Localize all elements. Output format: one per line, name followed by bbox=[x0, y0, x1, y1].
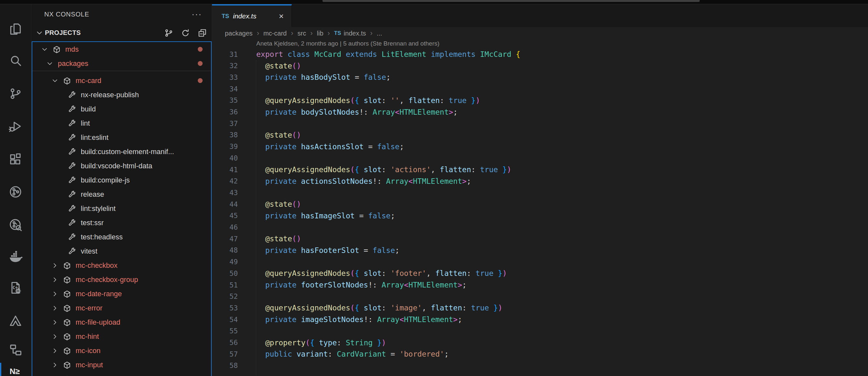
nx-graph-search-icon[interactable] bbox=[0, 212, 31, 238]
tree-item-mc-icon[interactable]: mc-icon bbox=[32, 344, 211, 358]
code-line-47[interactable]: 47 @state() bbox=[212, 233, 868, 245]
tree-item-build[interactable]: build bbox=[32, 102, 211, 116]
source-control-icon[interactable] bbox=[0, 81, 31, 106]
breadcrumb-item[interactable]: packages bbox=[225, 30, 253, 37]
tree-item-build:compile-js[interactable]: build:compile-js bbox=[32, 173, 211, 187]
chevron-right-icon[interactable] bbox=[51, 347, 59, 355]
tree-item-build:vscode-html-data[interactable]: build:vscode-html-data bbox=[32, 159, 211, 173]
line-number: 53 bbox=[212, 304, 244, 312]
code-line-32[interactable]: 32 @state() bbox=[212, 60, 868, 72]
code-line-43[interactable]: 43 bbox=[212, 187, 868, 198]
code-line-44[interactable]: 44 @state() bbox=[212, 198, 868, 210]
breadcrumb-item[interactable]: TSindex.ts bbox=[334, 30, 366, 37]
code-line-42[interactable]: 42 private actionsSlotNodes!: Array<HTML… bbox=[212, 176, 868, 187]
code-line-33[interactable]: 33 private hasBodySlot = false; bbox=[212, 71, 868, 83]
chevron-down-icon[interactable] bbox=[46, 60, 54, 67]
tree-item-build:custom-element-manif...[interactable]: build:custom-element-manif... bbox=[32, 145, 211, 159]
code-line-text: @state() bbox=[256, 62, 301, 70]
code-line-35[interactable]: 35 @queryAssignedNodes({ slot: '', flatt… bbox=[212, 95, 868, 106]
package-icon bbox=[63, 290, 71, 299]
code-line-49[interactable]: 49 bbox=[212, 256, 868, 268]
chevron-right-icon[interactable] bbox=[51, 276, 59, 284]
tree-item-mc-input[interactable]: mc-input bbox=[32, 358, 211, 372]
refresh-icon[interactable] bbox=[181, 28, 190, 38]
typescript-file-icon: TS bbox=[222, 13, 229, 20]
chevron-right-icon[interactable] bbox=[51, 304, 59, 312]
code-line-38[interactable]: 38 @state() bbox=[212, 129, 868, 141]
nx-console-icon[interactable]: N≥ bbox=[0, 358, 31, 376]
breadcrumb-item[interactable]: mc-card bbox=[264, 30, 287, 37]
code-line-51[interactable]: 51 private footerSlotNodes!: Array<HTMLE… bbox=[212, 279, 868, 291]
code-line-39[interactable]: 39 private hasActionsSlot = false; bbox=[212, 141, 868, 153]
chevron-right-icon[interactable] bbox=[51, 361, 59, 369]
breadcrumb-item[interactable]: lib bbox=[317, 30, 323, 37]
chevron-down-icon[interactable] bbox=[51, 77, 59, 85]
tree-item-lint:eslint[interactable]: lint:eslint bbox=[32, 130, 211, 145]
code-line-56[interactable]: 56 @property({ type: String }) bbox=[212, 337, 868, 349]
tree-item-release[interactable]: release bbox=[32, 187, 211, 201]
code-line-41[interactable]: 41 @queryAssignedNodes({ slot: 'actions'… bbox=[212, 164, 868, 176]
cpp-file-gear-icon[interactable]: C+ bbox=[0, 275, 31, 301]
code-line-52[interactable]: 52 bbox=[212, 291, 868, 302]
tree-item-mc-card[interactable]: mc-card bbox=[32, 74, 211, 88]
extensions-icon[interactable] bbox=[0, 146, 31, 172]
tree-item-mc-hint[interactable]: mc-hint bbox=[32, 330, 211, 344]
code-line-58[interactable]: 58 bbox=[212, 360, 868, 372]
more-actions-icon[interactable]: ··· bbox=[192, 12, 202, 16]
tab-index-ts[interactable]: TS index.ts × bbox=[212, 4, 292, 27]
a-logo-icon[interactable] bbox=[0, 308, 31, 334]
tree-item-test:headless[interactable]: test:headless bbox=[32, 230, 211, 244]
code-line-40[interactable]: 40 bbox=[212, 152, 868, 164]
tree-item-test:ssr[interactable]: test:ssr bbox=[32, 216, 211, 230]
breadcrumb-item[interactable]: ... bbox=[377, 30, 382, 37]
tree-item-packages[interactable]: packages bbox=[32, 57, 211, 71]
tree-item[interactable] bbox=[32, 372, 211, 376]
tree-item-mc-error[interactable]: mc-error bbox=[32, 301, 211, 315]
projects-section-header[interactable]: PROJECTS bbox=[31, 24, 212, 41]
tree-item-mc-date-range[interactable]: mc-date-range bbox=[32, 287, 211, 301]
package-icon bbox=[63, 347, 71, 355]
tree-item-lint[interactable]: lint bbox=[32, 116, 211, 130]
line-number: 42 bbox=[212, 177, 244, 185]
code-line-37[interactable]: 37 bbox=[212, 118, 868, 129]
code-editor[interactable]: Aneta Kjeldsen, 2 months ago | 5 authors… bbox=[212, 40, 868, 376]
code-line-57[interactable]: 57 public variant: CardVariant = 'border… bbox=[212, 348, 868, 360]
collapse-all-icon[interactable] bbox=[197, 28, 207, 38]
tree-item-mc-file-upload[interactable]: mc-file-upload bbox=[32, 315, 211, 330]
run-debug-icon[interactable] bbox=[0, 114, 31, 139]
search-icon[interactable] bbox=[0, 48, 31, 74]
code-line-45[interactable]: 45 private hasImageSlot = false; bbox=[212, 210, 868, 222]
chevron-down-icon[interactable] bbox=[35, 29, 43, 37]
nx-project-graph-icon[interactable] bbox=[0, 179, 31, 205]
explorer-icon[interactable] bbox=[0, 16, 31, 42]
code-line-53[interactable]: 53 @queryAssignedNodes({ slot: 'image', … bbox=[212, 302, 868, 314]
code-line-31[interactable]: 31export class McCard extends LitElement… bbox=[212, 49, 868, 60]
chevron-right-icon[interactable] bbox=[51, 318, 59, 326]
breadcrumb-item[interactable]: src bbox=[298, 30, 306, 37]
tree-item-lint:stylelint[interactable]: lint:stylelint bbox=[32, 201, 211, 216]
chevron-right-icon[interactable] bbox=[51, 333, 59, 341]
chevron-right-icon[interactable] bbox=[51, 290, 59, 298]
code-line-55[interactable]: 55 bbox=[212, 325, 868, 337]
branch-icon[interactable] bbox=[164, 28, 174, 38]
chevron-down-icon[interactable] bbox=[41, 45, 49, 53]
tree-item-nx-release-publish[interactable]: nx-release-publish bbox=[32, 88, 211, 102]
docker-icon[interactable] bbox=[0, 244, 31, 270]
tree-item-mc-checkbox-group[interactable]: mc-checkbox-group bbox=[32, 273, 211, 287]
close-icon[interactable]: × bbox=[279, 11, 284, 21]
code-line-46[interactable]: 46 bbox=[212, 222, 868, 233]
code-line-48[interactable]: 48 private hasFooterSlot = false; bbox=[212, 245, 868, 256]
tree-item-vitest[interactable]: vitest bbox=[32, 244, 211, 258]
git-blame-lens[interactable]: Aneta Kjeldsen, 2 months ago | 5 authors… bbox=[256, 40, 439, 47]
code-line-54[interactable]: 54 private imageSlotNodes!: Array<HTMLEl… bbox=[212, 314, 868, 325]
sidebar-nx-console: NX CONSOLE ··· PROJECTS mdspackages mc-c… bbox=[31, 4, 212, 376]
tree-item-mds[interactable]: mds bbox=[32, 42, 211, 57]
chevron-right-icon[interactable] bbox=[51, 262, 59, 270]
tree-item-mc-checkbox[interactable]: mc-checkbox bbox=[32, 258, 211, 273]
wrench-icon bbox=[68, 233, 76, 242]
code-line-50[interactable]: 50 @queryAssignedNodes({ slot: 'footer',… bbox=[212, 268, 868, 279]
projects-tree[interactable]: mdspackages mc-cardnx-release-publishbui… bbox=[32, 41, 212, 376]
code-line-36[interactable]: 36 private bodySlotNodes!: Array<HTMLEle… bbox=[212, 106, 868, 118]
tree-item-label: lint:stylelint bbox=[81, 205, 116, 213]
code-line-34[interactable]: 34 bbox=[212, 83, 868, 95]
